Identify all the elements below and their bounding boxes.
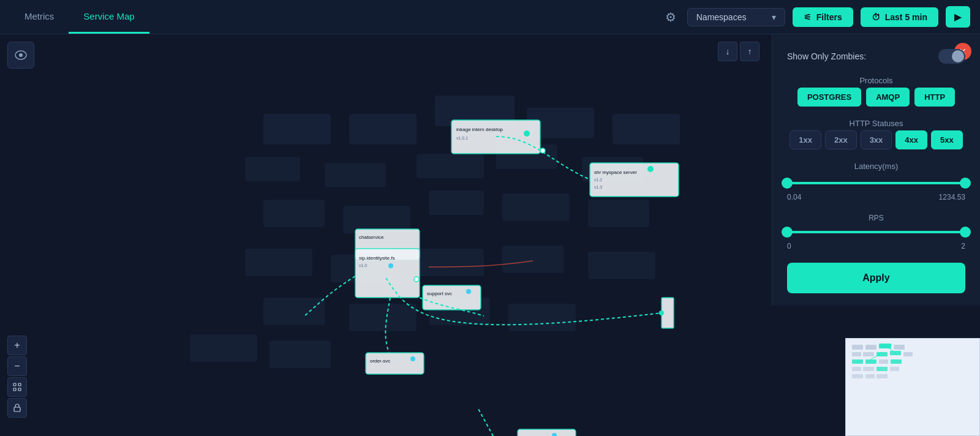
svg-rect-67	[894, 345, 905, 350]
main-area: inkage intern desktop v1.0.1 shr myspace…	[0, 34, 980, 436]
header: Metrics Service Map ⚙ Namespaces ▾ ⚟ Fil…	[0, 0, 980, 34]
settings-button[interactable]: ⚙	[662, 6, 680, 28]
svg-rect-18	[502, 246, 564, 273]
svg-rect-5	[245, 157, 300, 181]
namespaces-label: Namespaces	[696, 12, 747, 22]
tab-metrics[interactable]: Metrics	[10, 0, 69, 34]
nav-up-button[interactable]: ↑	[740, 42, 760, 61]
amqp-button[interactable]: AMQP	[866, 88, 910, 107]
svg-rect-24	[190, 334, 257, 362]
status-3xx-button[interactable]: 3xx	[861, 130, 892, 149]
svg-rect-62	[14, 407, 20, 412]
svg-text:inkage intern desktop: inkage intern desktop	[456, 127, 503, 132]
fullscreen-button[interactable]	[7, 377, 27, 397]
latency-max: 1234.53	[939, 193, 965, 201]
rps-min: 0	[787, 242, 791, 250]
svg-rect-6	[325, 163, 386, 187]
svg-text:support svc: support svc	[427, 291, 452, 296]
svg-point-31	[647, 166, 654, 172]
last5-button[interactable]: ⏱ Last 5 min	[861, 7, 938, 27]
status-2xx-button[interactable]: 2xx	[825, 130, 857, 149]
svg-rect-75	[879, 359, 888, 364]
latency-section: Latency(ms) 0.04 1234.53	[787, 162, 965, 201]
zoom-in-button[interactable]: +	[7, 336, 27, 355]
svg-point-50	[659, 310, 664, 315]
latency-title: Latency(ms)	[787, 162, 965, 171]
lock-button[interactable]	[7, 398, 27, 418]
svg-point-43	[466, 289, 471, 294]
zoom-out-button[interactable]: −	[7, 356, 27, 376]
mini-map	[845, 338, 980, 436]
http-statuses-section: HTTP Statuses 1xx 2xx 3xx 4xx 5xx	[787, 119, 965, 149]
rps-values: 0 2	[787, 242, 965, 250]
status-4xx-button[interactable]: 4xx	[895, 130, 927, 149]
svg-text:v1.3: v1.3	[594, 185, 602, 189]
apply-button[interactable]: Apply	[787, 263, 965, 293]
svg-rect-12	[429, 190, 484, 215]
last5-label: Last 5 min	[885, 12, 927, 22]
filter-panel: ✕ Show Only Zombies: Protocols POSTGRES …	[772, 34, 980, 306]
svg-rect-78	[863, 367, 874, 371]
http-button[interactable]: HTTP	[914, 88, 955, 107]
svg-rect-71	[890, 351, 901, 355]
http-status-buttons: 1xx 2xx 3xx 4xx 5xx	[787, 130, 965, 149]
protocols-title: Protocols	[787, 76, 965, 85]
svg-rect-58	[13, 383, 16, 386]
svg-rect-80	[890, 367, 899, 371]
status-5xx-button[interactable]: 5xx	[931, 130, 963, 149]
svg-rect-70	[876, 352, 888, 356]
filter-icon: ⚟	[804, 12, 812, 22]
svg-rect-82	[865, 374, 875, 378]
svg-rect-7	[417, 154, 484, 178]
svg-rect-21	[349, 304, 417, 331]
svg-text:v1.0: v1.0	[359, 263, 367, 268]
svg-rect-68	[852, 352, 861, 356]
svg-point-49	[414, 277, 419, 282]
svg-rect-17	[417, 249, 484, 276]
svg-rect-14	[588, 200, 649, 227]
svg-rect-65	[865, 345, 876, 350]
eye-button[interactable]	[7, 42, 34, 69]
svg-rect-25	[270, 340, 331, 368]
rps-slider[interactable]	[787, 226, 965, 238]
http-statuses-title: HTTP Statuses	[787, 119, 965, 128]
svg-rect-59	[18, 383, 21, 386]
chevron-down-icon: ▾	[772, 12, 776, 22]
zombies-row: Show Only Zombies:	[787, 49, 965, 64]
svg-rect-81	[852, 374, 863, 378]
latency-min: 0.04	[787, 193, 801, 201]
postgres-button[interactable]: POSTGRES	[797, 88, 861, 107]
svg-point-48	[540, 148, 545, 153]
svg-rect-1	[349, 114, 417, 145]
latency-values: 0.04 1234.53	[787, 193, 965, 201]
namespaces-dropdown[interactable]: Namespaces ▾	[687, 8, 785, 26]
clock-icon: ⏱	[872, 12, 880, 22]
zombies-toggle[interactable]	[938, 49, 965, 64]
rps-max: 2	[961, 242, 965, 250]
latency-slider[interactable]	[787, 177, 965, 189]
play-icon: ▶	[954, 11, 962, 23]
rps-label: RPS	[787, 214, 965, 222]
svg-rect-83	[876, 374, 888, 378]
filters-button[interactable]: ⚟ Filters	[793, 7, 853, 27]
svg-rect-10	[263, 200, 325, 227]
svg-rect-74	[865, 359, 876, 364]
protocol-buttons: POSTGRES AMQP HTTP	[787, 88, 965, 107]
svg-rect-61	[18, 388, 21, 391]
header-actions: ⚙ Namespaces ▾ ⚟ Filters ⏱ Last 5 min ▶	[662, 6, 970, 28]
tab-service-map[interactable]: Service Map	[69, 0, 149, 34]
play-button[interactable]: ▶	[946, 6, 970, 28]
svg-rect-4	[612, 114, 680, 145]
svg-rect-13	[502, 194, 570, 221]
svg-text:sip.identitysite.fs: sip.identitysite.fs	[359, 255, 395, 261]
svg-rect-72	[903, 352, 913, 356]
svg-text:v1.0.1: v1.0.1	[456, 136, 468, 140]
svg-rect-79	[876, 367, 888, 371]
nav-arrows: ↓ ↑	[718, 42, 760, 61]
nav-down-button[interactable]: ↓	[718, 42, 737, 61]
svg-rect-23	[508, 304, 576, 331]
svg-rect-15	[245, 249, 312, 276]
svg-rect-60	[13, 388, 16, 391]
svg-point-57	[19, 53, 23, 57]
status-1xx-button[interactable]: 1xx	[790, 130, 821, 149]
